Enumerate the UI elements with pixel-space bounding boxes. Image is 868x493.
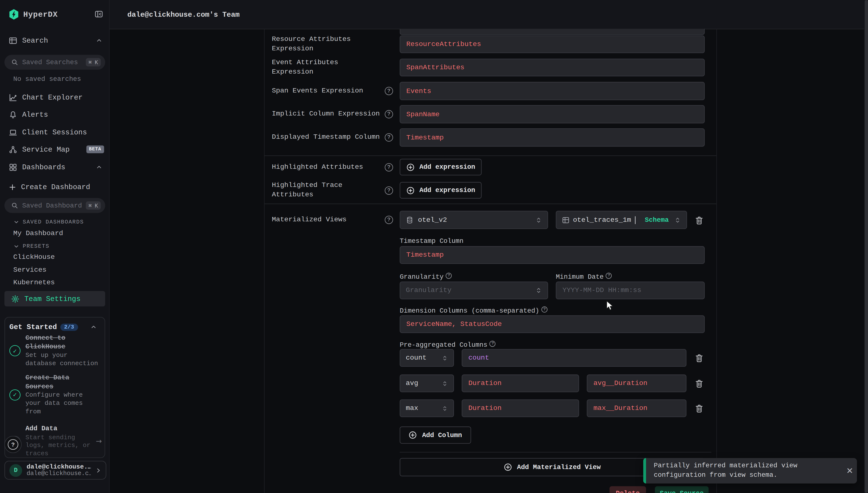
mv-timestamp-input[interactable]: Timestamp — [399, 246, 705, 264]
get-started-card: Get Started 2/3 ✓ Connect to ClickHouse … — [4, 317, 105, 458]
button-label: Add Column — [422, 431, 462, 439]
aggregation-expr-input[interactable]: Duration — [462, 399, 579, 417]
input-value: Timestamp — [406, 251, 444, 259]
add-column-button[interactable]: Add Column — [399, 426, 471, 444]
scrollbar-thumb[interactable] — [865, 0, 868, 493]
input-value: count — [469, 354, 489, 362]
chevron-up-icon[interactable] — [90, 323, 97, 330]
help-circle-icon[interactable]: ? — [385, 133, 393, 142]
sidebar-item-preset-services[interactable]: Services — [13, 265, 46, 275]
dashboards-icon — [9, 163, 17, 171]
displayed-timestamp-input[interactable]: Timestamp — [399, 128, 705, 147]
aggregation-alias-input[interactable]: max__Duration — [587, 399, 686, 417]
sidebar-item-label: Chart Explorer — [22, 93, 83, 102]
database-select[interactable]: otel_v2 — [399, 211, 548, 229]
help-circle-icon[interactable]: ? — [446, 273, 452, 278]
search-icon — [11, 59, 18, 66]
aggregation-expr-input[interactable]: count — [462, 349, 686, 367]
brand-row: HyperDX — [0, 7, 109, 22]
sidebar-item-my-dashboard[interactable]: My Dashboard — [13, 229, 63, 238]
field-label-wrap: Event Attributes Expression — [272, 59, 384, 76]
get-started-step-add-data[interactable]: 3 Add Data Start sending logs, metrics, … — [9, 425, 103, 458]
chevron-up-icon[interactable] — [96, 164, 102, 170]
field-label-wrap: Materialized Views — [272, 211, 384, 229]
help-circle-icon[interactable]: ? — [385, 87, 393, 95]
minimum-date-input[interactable]: YYYY-MM-DD HH:mm:ss — [556, 282, 705, 299]
delete-column-button[interactable] — [694, 353, 704, 363]
schema-badge[interactable]: Schema — [645, 216, 669, 224]
input-value: Duration — [469, 380, 502, 387]
event-attributes-input[interactable]: SpanAttributes — [399, 59, 705, 76]
add-expression-button[interactable]: Add expression — [399, 182, 481, 199]
section-label: SAVED DASHBOARDS — [23, 219, 84, 225]
dimension-columns-label: Dimension Columns (comma-separated) — [399, 307, 539, 315]
aggregation-fn-select[interactable]: max — [399, 399, 454, 417]
save-source-button[interactable]: Save Source — [655, 486, 709, 493]
sidebar-item-preset-clickhouse[interactable]: ClickHouse — [13, 253, 55, 262]
delete-view-button[interactable] — [694, 215, 704, 225]
help-circle-icon[interactable]: ? — [385, 216, 393, 224]
scrollbar[interactable] — [864, 0, 868, 493]
get-started-step-connect[interactable]: ✓ Connect to ClickHouse Set up your data… — [9, 334, 103, 368]
sidebar-item-search[interactable]: Search — [0, 35, 109, 46]
aggregation-fn-select[interactable]: avg — [399, 374, 454, 392]
get-started-step-sources[interactable]: ✓ Create Data Sources Configure where yo… — [9, 374, 103, 415]
implicit-column-input[interactable]: SpanName — [399, 105, 705, 123]
sidebar-item-label: Service Map — [22, 145, 69, 153]
create-dashboard-button[interactable]: Create Dashboard — [0, 181, 109, 193]
service-map-icon — [9, 145, 17, 153]
chevron-updown-icon — [535, 216, 542, 224]
close-icon[interactable]: ✕ — [843, 466, 857, 476]
saved-dashboards-input[interactable]: Saved Dashboards ⌘ K — [4, 198, 105, 213]
aggregation-alias-input[interactable]: avg__Duration — [587, 374, 686, 392]
sidebar-item-dashboards[interactable]: Dashboards — [0, 161, 109, 173]
clipped-input-top[interactable] — [399, 29, 705, 35]
create-dashboard-label: Create Dashboard — [21, 183, 90, 191]
button-label: Add expression — [419, 187, 475, 194]
span-events-input[interactable]: Events — [399, 82, 705, 100]
help-circle-icon[interactable]: ? — [606, 273, 612, 278]
add-expression-button[interactable]: Add expression — [399, 159, 481, 175]
resource-attributes-input[interactable]: ResourceAttributes — [399, 35, 705, 53]
presets-section-header[interactable]: PRESETS — [13, 242, 49, 250]
search-section-icon — [9, 36, 17, 45]
select-value: otel_v2 — [418, 216, 531, 224]
gear-icon — [11, 295, 19, 303]
user-menu[interactable]: D dale@clickhouse.… dale@clickhouse.c… — [4, 461, 106, 480]
step-title: Add Data — [25, 425, 91, 433]
delete-source-button[interactable]: Delete — [609, 486, 646, 493]
trash-icon — [695, 404, 704, 413]
sidebar-collapse-button[interactable] — [95, 10, 103, 18]
saved-searches-input[interactable]: Saved Searches ⌘ K — [4, 55, 105, 70]
get-started-header[interactable]: Get Started 2/3 — [9, 322, 100, 332]
dimension-columns-input[interactable]: ServiceName, StatusCode — [399, 315, 705, 333]
sidebar-item-preset-kubernetes[interactable]: Kubernetes — [13, 278, 55, 287]
button-label: Delete — [616, 490, 640, 493]
select-value: max — [406, 404, 437, 412]
aggregation-fn-select[interactable]: count — [399, 349, 454, 367]
step-title: Connect to ClickHouse — [25, 334, 100, 351]
help-button[interactable]: ? — [4, 436, 22, 453]
chevron-up-icon[interactable] — [96, 37, 102, 44]
aggregation-expr-input[interactable]: Duration — [462, 374, 579, 392]
field-label-wrap: Displayed Timestamp Column — [272, 128, 384, 147]
delete-column-button[interactable] — [694, 403, 704, 413]
input-placeholder: YYYY-MM-DD HH:mm:ss — [562, 286, 641, 294]
sidebar-item-alerts[interactable]: Alerts — [0, 108, 109, 121]
delete-column-button[interactable] — [694, 379, 704, 388]
granularity-select[interactable]: Granularity — [399, 282, 548, 299]
help-circle-icon[interactable]: ? — [490, 340, 496, 346]
sidebar-item-service-map[interactable]: Service Map BETA — [0, 143, 109, 155]
sidebar-item-client-sessions[interactable]: Client Sessions — [0, 126, 109, 138]
help-circle-icon[interactable]: ? — [541, 306, 547, 312]
sidebar-item-chart-explorer[interactable]: Chart Explorer — [0, 91, 109, 103]
trash-icon — [695, 379, 704, 388]
view-table-combobox[interactable]: otel_traces_1m Schema — [556, 211, 687, 229]
saved-dashboards-section-header[interactable]: SAVED DASHBOARDS — [13, 218, 84, 226]
help-circle-icon[interactable]: ? — [385, 163, 393, 171]
help-circle-icon[interactable]: ? — [385, 187, 393, 195]
user-email: dale@clickhouse.c… — [27, 470, 91, 478]
top-header: dale@clickhouse.com's Team — [109, 0, 868, 29]
help-circle-icon[interactable]: ? — [385, 110, 393, 119]
sidebar-item-team-settings[interactable]: Team Settings — [4, 291, 105, 306]
